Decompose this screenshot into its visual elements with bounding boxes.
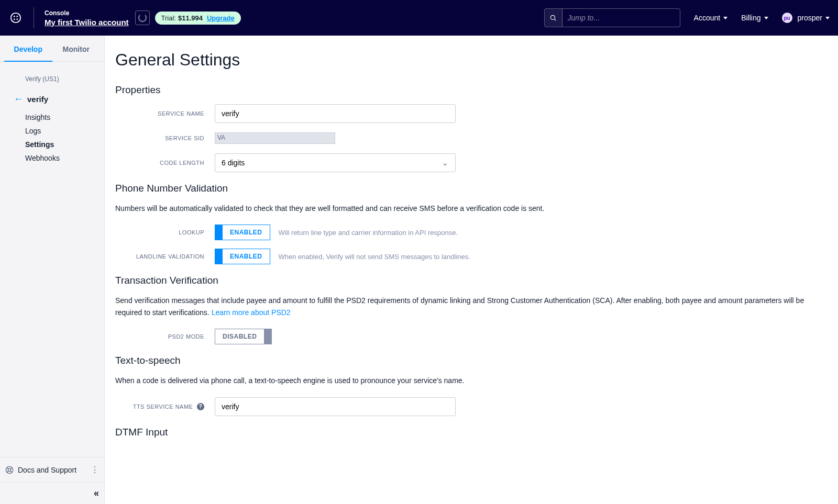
tts-service-name-input[interactable] bbox=[215, 397, 456, 416]
code-length-select[interactable]: 6 digits bbox=[215, 153, 456, 172]
transaction-desc: Send verification messages that include … bbox=[115, 295, 828, 318]
trial-amount: $11.994 bbox=[178, 14, 203, 22]
tab-monitor[interactable]: Monitor bbox=[52, 36, 101, 61]
landline-label: Landline Validation bbox=[115, 253, 215, 260]
code-length-label: Code Length bbox=[115, 160, 215, 166]
divider bbox=[34, 7, 34, 28]
svg-line-12 bbox=[7, 471, 8, 472]
sidebar: Develop Monitor Verify (US1) ← verify In… bbox=[0, 36, 105, 504]
upgrade-link[interactable]: Upgrade bbox=[207, 14, 235, 22]
more-options-icon[interactable]: ⋮ bbox=[91, 465, 99, 475]
landline-toggle-state: ENABLED bbox=[223, 249, 270, 264]
svg-point-1 bbox=[14, 16, 15, 17]
svg-point-3 bbox=[14, 18, 15, 20]
spinner-icon bbox=[138, 14, 147, 22]
toggle-handle bbox=[215, 249, 223, 264]
billing-menu-label: Billing bbox=[741, 14, 760, 22]
svg-line-10 bbox=[10, 471, 12, 472]
svg-point-8 bbox=[8, 468, 10, 471]
service-sid-label: Service SID bbox=[115, 135, 215, 141]
sidebar-tabs: Develop Monitor bbox=[0, 36, 104, 62]
collapse-sidebar-button[interactable]: « bbox=[0, 482, 104, 504]
account-menu[interactable]: Account bbox=[694, 14, 728, 22]
toggle-handle bbox=[215, 225, 223, 240]
console-label: Console bbox=[45, 9, 129, 17]
psd2-toggle-state: DISABLED bbox=[215, 329, 264, 344]
back-arrow-icon[interactable]: ← bbox=[14, 94, 23, 104]
sidebar-footer: Docs and Support ⋮ bbox=[0, 457, 104, 482]
avatar: pu bbox=[782, 13, 792, 23]
service-name-input[interactable] bbox=[215, 104, 456, 123]
psd2-label: PSD2 Mode bbox=[115, 333, 215, 340]
search-icon[interactable] bbox=[545, 9, 563, 27]
sidebar-item-webhooks[interactable]: Webhooks bbox=[25, 154, 104, 162]
docs-support-label: Docs and Support bbox=[18, 466, 76, 474]
service-name-label: Service Name bbox=[115, 110, 215, 117]
user-menu[interactable]: pu prosper bbox=[782, 13, 830, 23]
lookup-toggle[interactable]: ENABLED bbox=[215, 225, 270, 240]
user-menu-label: prosper bbox=[798, 14, 822, 22]
landline-hint: When enabled, Verify will not send SMS m… bbox=[279, 253, 470, 261]
section-properties-heading: Properties bbox=[115, 84, 828, 96]
trial-balance-pill: Trial: $11.994 Upgrade bbox=[155, 12, 241, 25]
lookup-hint: Will return line type and carrier inform… bbox=[279, 229, 458, 237]
sidebar-region-label: Verify (US1) bbox=[0, 72, 104, 91]
lookup-toggle-state: ENABLED bbox=[223, 225, 270, 240]
psd2-learn-more-link[interactable]: Learn more about PSD2 bbox=[212, 308, 291, 317]
main-content: General Settings Properties Service Name… bbox=[105, 36, 838, 504]
landline-toggle[interactable]: ENABLED bbox=[215, 249, 270, 264]
svg-point-4 bbox=[16, 18, 18, 20]
svg-point-2 bbox=[16, 16, 18, 17]
svg-point-0 bbox=[11, 13, 20, 23]
sidebar-item-insights[interactable]: Insights bbox=[25, 113, 104, 121]
chevron-down-icon bbox=[723, 17, 727, 19]
page-title: General Settings bbox=[115, 50, 828, 70]
tab-develop[interactable]: Develop bbox=[4, 36, 52, 62]
account-menu-label: Account bbox=[694, 14, 721, 22]
section-phone-validation-heading: Phone Number Validation bbox=[115, 183, 828, 194]
section-transaction-heading: Transaction Verification bbox=[115, 275, 828, 286]
life-ring-icon bbox=[5, 466, 14, 474]
trial-label: Trial: bbox=[161, 14, 176, 22]
billing-menu[interactable]: Billing bbox=[741, 14, 768, 22]
help-icon[interactable]: ? bbox=[197, 403, 204, 410]
sidebar-service-header: ← verify bbox=[0, 91, 104, 109]
search-box[interactable] bbox=[544, 8, 680, 27]
account-switcher[interactable]: My first Twilio account bbox=[45, 18, 129, 27]
header-context: Console My first Twilio account bbox=[45, 9, 129, 27]
toggle-handle bbox=[264, 329, 271, 344]
search-input[interactable] bbox=[563, 14, 680, 22]
top-bar: Console My first Twilio account Trial: $… bbox=[0, 0, 838, 36]
sidebar-item-logs[interactable]: Logs bbox=[25, 127, 104, 135]
chevron-down-icon bbox=[825, 17, 830, 19]
psd2-toggle[interactable]: DISABLED bbox=[215, 329, 272, 344]
svg-line-11 bbox=[10, 467, 12, 469]
chevron-double-left-icon: « bbox=[94, 488, 99, 498]
svg-line-6 bbox=[555, 19, 556, 21]
lookup-label: Lookup bbox=[115, 229, 215, 236]
loading-indicator bbox=[135, 10, 150, 25]
section-dtmf-heading: DTMF Input bbox=[115, 427, 828, 438]
sidebar-service-name[interactable]: verify bbox=[27, 95, 48, 104]
twilio-logo-icon[interactable] bbox=[8, 10, 23, 25]
sidebar-item-settings[interactable]: Settings bbox=[25, 140, 104, 149]
service-sid-value: VA bbox=[215, 132, 335, 144]
svg-line-9 bbox=[7, 467, 8, 469]
section-tts-heading: Text-to-speech bbox=[115, 355, 828, 366]
chevron-down-icon bbox=[764, 17, 768, 19]
phone-validation-desc: Numbers will be automatically validated … bbox=[115, 203, 828, 214]
docs-support-link[interactable]: Docs and Support bbox=[5, 466, 76, 474]
tts-desc: When a code is delivered via phone call,… bbox=[115, 375, 828, 386]
svg-point-5 bbox=[550, 15, 555, 19]
tts-service-name-label: TTS Service Name ? bbox=[115, 403, 215, 410]
